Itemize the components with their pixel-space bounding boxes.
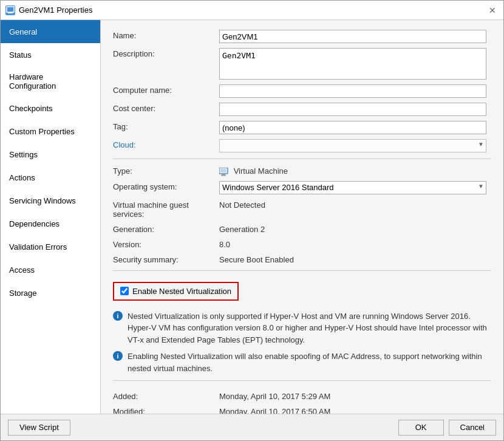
info-box-1: i Nested Virtualization is only supporte… xyxy=(113,310,491,346)
footer-right-buttons: OK Cancel xyxy=(398,420,496,436)
os-row: Operating system: Windows Server 2016 St… xyxy=(113,181,491,194)
cloud-select[interactable] xyxy=(219,139,486,152)
added-value: Monday, April 10, 2017 5:29 AM xyxy=(219,391,330,401)
cancel-button[interactable]: Cancel xyxy=(449,420,496,436)
name-row: Name: xyxy=(113,30,491,43)
nested-virt-label: Enable Nested Virtualization xyxy=(132,287,231,296)
type-row: Type: Virtual Machine xyxy=(113,165,491,176)
cost-center-row: Cost center: xyxy=(113,103,491,116)
svg-rect-0 xyxy=(7,7,14,12)
sidebar-item-checkpoints[interactable]: Checkpoints xyxy=(1,97,100,120)
cloud-select-wrapper: ▼ xyxy=(219,139,486,152)
version-label: Version: xyxy=(113,239,219,249)
cost-center-label: Cost center: xyxy=(113,103,219,113)
main-window: Gen2VM1 Properties ✕ General Status Hard… xyxy=(0,0,504,441)
nested-virt-row: Enable Nested Virtualization xyxy=(113,277,491,306)
cloud-label: Cloud: xyxy=(113,139,219,149)
dates-section: Added: Monday, April 10, 2017 5:29 AM Mo… xyxy=(113,391,491,414)
added-row: Added: Monday, April 10, 2017 5:29 AM xyxy=(113,391,491,401)
title-bar-left: Gen2VM1 Properties xyxy=(5,5,92,15)
version-row: Version: 8.0 xyxy=(113,239,491,249)
content-area: General Status Hardware Configuration Ch… xyxy=(1,20,503,414)
guest-services-value: Not Detected xyxy=(219,199,265,210)
window-icon xyxy=(5,5,15,15)
type-value: Virtual Machine xyxy=(219,165,288,176)
security-row: Security summary: Secure Boot Enabled xyxy=(113,254,491,264)
vm-type-icon xyxy=(219,166,231,176)
tag-label: Tag: xyxy=(113,121,219,131)
footer: View Script OK Cancel xyxy=(1,414,503,440)
name-label: Name: xyxy=(113,30,219,40)
close-button[interactable]: ✕ xyxy=(486,4,499,16)
security-label: Security summary: xyxy=(113,254,219,264)
cloud-row: Cloud: ▼ xyxy=(113,139,491,152)
os-select[interactable]: Windows Server 2016 Standard xyxy=(219,181,486,194)
sidebar-item-general[interactable]: General xyxy=(1,20,100,43)
modified-label: Modified: xyxy=(113,406,219,414)
modified-row: Modified: Monday, April 10, 2017 6:50 AM xyxy=(113,406,491,414)
nested-virt-checkbox-label[interactable]: Enable Nested Virtualization xyxy=(113,282,239,301)
info-icon-2: i xyxy=(113,351,123,361)
ok-button[interactable]: OK xyxy=(398,420,444,436)
os-select-wrapper: Windows Server 2016 Standard ▼ xyxy=(219,181,486,194)
info-icon-1: i xyxy=(113,311,123,321)
guest-services-label: Virtual machine guest services: xyxy=(113,199,219,219)
sidebar-item-validation-errors[interactable]: Validation Errors xyxy=(1,235,100,258)
sidebar-item-status[interactable]: Status xyxy=(1,43,100,66)
type-label: Type: xyxy=(113,165,219,176)
generation-label: Generation: xyxy=(113,224,219,234)
description-label: Description: xyxy=(113,48,219,58)
sidebar-item-dependencies[interactable]: Dependencies xyxy=(1,212,100,235)
sidebar-item-actions[interactable]: Actions xyxy=(1,166,100,189)
sidebar: General Status Hardware Configuration Ch… xyxy=(1,20,101,414)
computer-name-label: Computer name: xyxy=(113,84,219,95)
info-text-2: Enabling Nested Virtualization will also… xyxy=(128,350,491,374)
guest-services-row: Virtual machine guest services: Not Dete… xyxy=(113,199,491,219)
cost-center-input[interactable] xyxy=(219,103,486,116)
added-label: Added: xyxy=(113,391,219,401)
generation-row: Generation: Generation 2 xyxy=(113,224,491,234)
svg-rect-3 xyxy=(220,169,226,173)
sidebar-item-storage[interactable]: Storage xyxy=(1,281,100,304)
sidebar-item-access[interactable]: Access xyxy=(1,258,100,281)
tag-input[interactable] xyxy=(219,121,486,134)
svg-rect-4 xyxy=(222,174,225,175)
info-text-1: Nested Virtualization is only supported … xyxy=(128,310,491,346)
sidebar-item-custom-properties[interactable]: Custom Properties xyxy=(1,120,100,143)
sidebar-item-servicing-windows[interactable]: Servicing Windows xyxy=(1,189,100,212)
window-title: Gen2VM1 Properties xyxy=(19,5,92,15)
description-input[interactable]: Gen2VM1 xyxy=(219,48,486,80)
os-label: Operating system: xyxy=(113,181,219,191)
description-row: Description: Gen2VM1 xyxy=(113,48,491,80)
view-script-button[interactable]: View Script xyxy=(8,420,70,436)
sidebar-item-settings[interactable]: Settings xyxy=(1,143,100,166)
main-content: Name: Description: Gen2VM1 Computer name… xyxy=(101,20,503,414)
svg-rect-5 xyxy=(221,175,226,176)
security-value: Secure Boot Enabled xyxy=(219,254,294,264)
generation-value: Generation 2 xyxy=(219,224,265,234)
modified-value: Monday, April 10, 2017 6:50 AM xyxy=(219,406,330,414)
version-value: 8.0 xyxy=(219,239,230,249)
nested-virt-checkbox[interactable] xyxy=(120,287,129,295)
tag-row: Tag: xyxy=(113,121,491,134)
title-bar: Gen2VM1 Properties ✕ xyxy=(1,1,503,20)
info-box-2: i Enabling Nested Virtualization will al… xyxy=(113,350,491,374)
computer-name-row: Computer name: xyxy=(113,84,491,98)
name-input[interactable] xyxy=(219,30,486,43)
computer-name-input[interactable] xyxy=(219,84,486,98)
svg-rect-1 xyxy=(8,12,13,13)
sidebar-item-hardware-configuration[interactable]: Hardware Configuration xyxy=(1,66,100,97)
